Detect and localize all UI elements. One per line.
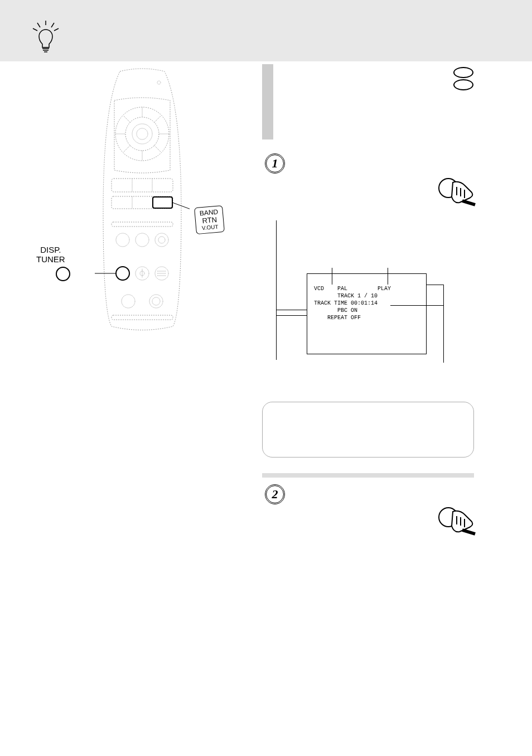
note-box [262,402,474,458]
svg-rect-46 [112,315,173,320]
osd-line-5: PBC ON [314,307,419,314]
svg-point-31 [136,233,149,247]
svg-line-3 [33,28,37,31]
svg-line-18 [154,116,161,123]
band-rtn-vout-label: BAND RTN V.OUT [194,205,225,235]
svg-rect-24 [112,196,173,209]
step-2-circle: 2 [265,484,285,504]
double-oval-icon [453,67,473,92]
svg-rect-29 [112,222,173,227]
svg-point-33 [158,237,165,243]
disp-tuner-button-circle [56,267,70,281]
press-button-icon-2 [437,505,476,538]
remote-control-illustration [95,67,190,337]
step-1-circle: 1 [265,153,285,174]
step-2-number: 2 [272,487,278,502]
lightbulb-icon [31,20,61,55]
svg-point-12 [137,128,148,139]
step-1-number: 1 [272,156,278,171]
leader-line [276,315,307,316]
svg-rect-21 [112,179,173,192]
leader-line [276,310,307,310]
svg-point-34 [116,267,129,280]
svg-rect-27 [153,197,172,208]
svg-point-43 [122,295,135,308]
svg-line-19 [124,145,130,152]
disp-text: DISP. [36,245,65,255]
osd-line-1: VCD PAL PLAY [314,285,419,292]
press-button-icon-1 [437,176,476,209]
leader-line [427,285,443,285]
vout-text: V.OUT [201,224,220,232]
svg-point-45 [152,297,160,305]
osd-screen: VCD PAL PLAY TRACK 1 / 10 TRACK TIME 00:… [307,273,427,354]
section-divider [262,473,474,478]
svg-line-4 [54,28,59,31]
osd-line-4: TRACK TIME 00:01:14 [314,300,419,307]
svg-point-30 [116,233,129,247]
svg-point-32 [155,233,168,247]
tuner-text: TUNER [36,255,65,264]
svg-point-44 [149,295,163,308]
svg-line-1 [37,23,40,27]
leader-line [443,285,444,363]
leader-line [276,220,277,360]
osd-line-2: TRACK 1 / 10 [314,292,419,300]
grey-side-bar [262,64,273,139]
svg-line-20 [154,145,161,152]
svg-line-17 [124,116,130,123]
svg-line-2 [51,23,54,27]
disp-tuner-label: DISP. TUNER [36,245,65,264]
osd-line-6: REPEAT OFF [314,314,419,321]
svg-point-11 [132,124,152,144]
svg-point-10 [125,117,159,151]
svg-point-8 [157,81,161,84]
header-band [0,0,532,61]
